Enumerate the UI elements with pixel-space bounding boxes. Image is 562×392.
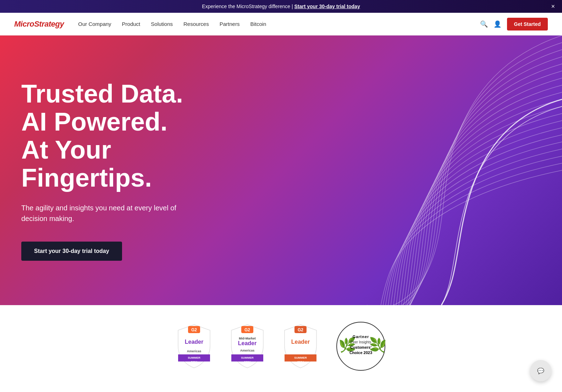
hero-wave-decoration: .wave-line { fill: none; stroke: rgba(25… <box>243 35 562 305</box>
nav-partners[interactable]: Partners <box>220 21 240 27</box>
hero-subtitle: The agility and insights you need at eve… <box>21 203 177 224</box>
g2-leader-americas-badge: G2 Leader Americas SUMMER 2024 <box>175 323 214 369</box>
nav-solutions[interactable]: Solutions <box>151 21 173 27</box>
svg-text:Choice 2023: Choice 2023 <box>349 350 372 355</box>
logo[interactable]: MicroStrategy <box>14 20 64 29</box>
svg-text:G2: G2 <box>298 327 303 332</box>
svg-text:Americas: Americas <box>187 349 202 353</box>
svg-text:2024: 2024 <box>297 360 304 364</box>
svg-text:G2: G2 <box>191 327 197 332</box>
nav-product[interactable]: Product <box>122 21 140 27</box>
g2-midmarket-leader-badge: G2 Mid-Market Leader Americas SUMMER 202… <box>228 323 267 369</box>
svg-text:Gartner: Gartner <box>353 335 369 339</box>
svg-text:Leader: Leader <box>291 339 310 345</box>
banner-text: Experience the MicroStrategy difference … <box>202 4 294 9</box>
get-started-button[interactable]: Get Started <box>507 18 548 31</box>
chat-icon: 💬 <box>537 368 544 374</box>
svg-text:Leader: Leader <box>238 340 257 346</box>
hero-cta-button[interactable]: Start your 30-day trial today <box>21 242 122 261</box>
svg-text:Americas: Americas <box>240 349 255 352</box>
gartner-badge: 🌿 🌿 Gartner Peer Insights Customers' Cho… <box>334 320 387 373</box>
svg-text:SUMMER: SUMMER <box>241 356 254 359</box>
svg-text:SUMMER: SUMMER <box>294 356 307 359</box>
svg-text:2024: 2024 <box>244 360 250 364</box>
hero-title: Trusted Data. AI Powered. At Your Finger… <box>21 80 241 192</box>
chat-widget[interactable]: 💬 <box>530 360 551 381</box>
navbar: MicroStrategy Our Company Product Soluti… <box>0 13 562 35</box>
awards-section: G2 Leader Americas SUMMER 2024 G2 Mid-Ma… <box>0 305 562 387</box>
hero-content: Trusted Data. AI Powered. At Your Finger… <box>21 80 241 261</box>
nav-resources[interactable]: Resources <box>183 21 209 27</box>
award-badge-2: G2 Mid-Market Leader Americas SUMMER 202… <box>228 323 267 369</box>
user-icon[interactable]: 👤 <box>494 20 501 28</box>
hero-section: .wave-line { fill: none; stroke: rgba(25… <box>0 35 562 305</box>
search-icon[interactable]: 🔍 <box>480 20 488 28</box>
svg-text:SUMMER: SUMMER <box>188 356 200 359</box>
banner-close[interactable]: × <box>551 3 555 10</box>
nav-links: Our Company Product Solutions Resources … <box>78 21 480 27</box>
svg-text:2024: 2024 <box>191 360 197 364</box>
nav-our-company[interactable]: Our Company <box>78 21 111 27</box>
banner-link[interactable]: Start your 30-day trial today <box>294 4 360 9</box>
nav-actions: 🔍 👤 Get Started <box>480 18 548 31</box>
nav-bitcoin[interactable]: Bitcoin <box>250 21 266 27</box>
svg-text:G2: G2 <box>244 327 250 332</box>
award-badge-4: 🌿 🌿 Gartner Peer Insights Customers' Cho… <box>334 320 387 373</box>
svg-text:Mid-Market: Mid-Market <box>239 337 256 340</box>
top-banner: Experience the MicroStrategy difference … <box>0 0 562 13</box>
g2-summer-leader-badge: G2 Leader SUMMER 2024 <box>281 323 320 369</box>
award-badge-1: G2 Leader Americas SUMMER 2024 <box>175 323 214 369</box>
svg-text:Peer Insights: Peer Insights <box>351 340 371 344</box>
svg-text:Customers': Customers' <box>350 345 371 349</box>
award-badge-3: G2 Leader SUMMER 2024 <box>281 323 320 369</box>
svg-text:Leader: Leader <box>185 339 203 345</box>
